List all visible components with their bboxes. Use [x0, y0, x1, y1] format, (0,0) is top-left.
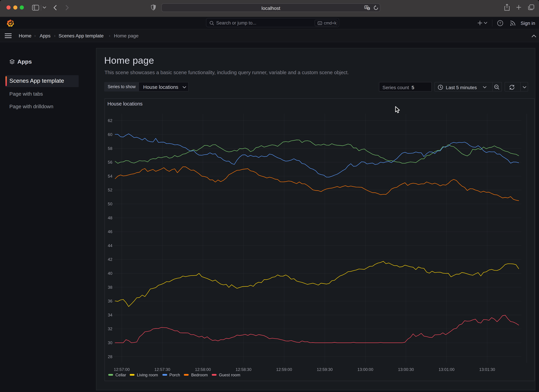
svg-text:A: A [365, 5, 367, 8]
svg-text:?: ? [499, 21, 501, 25]
svg-text:文: 文 [367, 7, 370, 10]
